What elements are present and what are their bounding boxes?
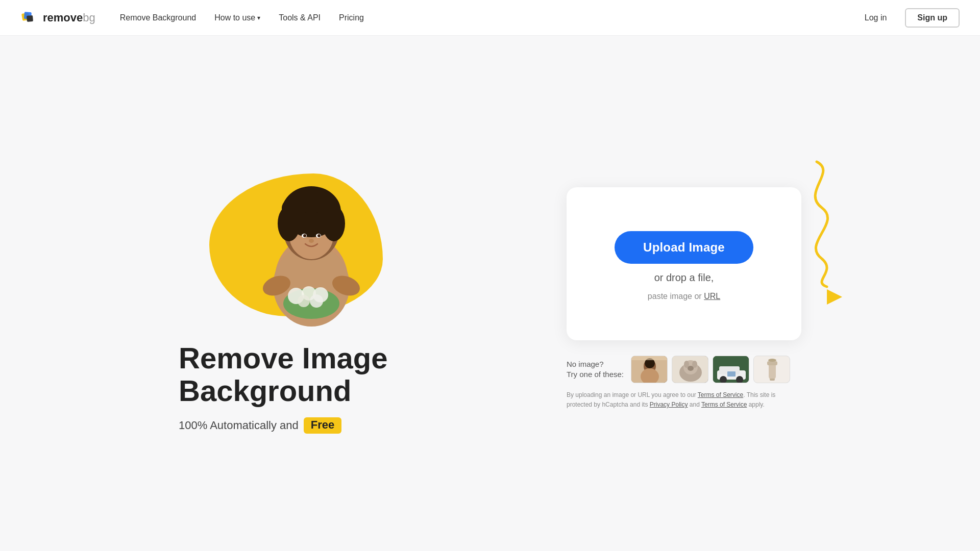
arrow-decoration xyxy=(827,289,842,305)
nav-how-to-use[interactable]: How to use xyxy=(214,13,260,22)
right-section: Upload Image or drop a file, paste image… xyxy=(567,187,801,410)
tos-link-1[interactable]: Terms of Service xyxy=(698,391,743,398)
svg-rect-32 xyxy=(631,356,668,360)
samples-label: No image? Try one of these: xyxy=(567,359,624,379)
tos-link-2[interactable]: Terms of Service xyxy=(701,401,747,408)
svg-point-12 xyxy=(310,294,323,308)
hero-subtitle: 100% Automatically and Free xyxy=(179,417,526,434)
samples-section: No image? Try one of these: xyxy=(567,350,801,383)
svg-rect-2 xyxy=(27,15,33,21)
nav-auth: Log in Sign up xyxy=(856,8,960,28)
svg-point-43 xyxy=(736,376,743,383)
nav-pricing[interactable]: Pricing xyxy=(339,13,364,22)
nav-links: Remove Background How to use Tools & API… xyxy=(120,13,856,22)
logo-link[interactable]: removebg xyxy=(20,9,95,27)
drop-text: or drop a file, xyxy=(654,272,714,284)
sample-thumb-4[interactable] xyxy=(753,356,790,383)
free-badge: Free xyxy=(304,417,341,434)
svg-point-42 xyxy=(720,376,727,383)
paste-text: paste image or URL xyxy=(648,292,720,301)
svg-point-26 xyxy=(309,239,314,243)
logo-text: removebg xyxy=(43,11,95,24)
upload-image-button[interactable]: Upload Image xyxy=(615,231,753,264)
svg-point-21 xyxy=(296,193,327,213)
hero-title: Remove Image Background xyxy=(179,342,526,407)
upload-card: Upload Image or drop a file, paste image… xyxy=(567,187,801,340)
url-link[interactable]: URL xyxy=(704,292,720,300)
svg-point-11 xyxy=(298,295,310,307)
sample-thumb-3[interactable] xyxy=(713,356,749,383)
logo-icon xyxy=(20,9,39,27)
nav-remove-background[interactable]: Remove Background xyxy=(120,13,196,22)
sample-thumbs xyxy=(631,356,790,383)
svg-point-38 xyxy=(688,366,694,371)
nav-tools-api[interactable]: Tools & API xyxy=(279,13,321,22)
sample-thumb-2[interactable] xyxy=(672,356,708,383)
svg-rect-47 xyxy=(767,361,777,365)
person-image xyxy=(240,163,383,327)
left-section: Remove Image Background 100% Automatical… xyxy=(179,163,526,434)
svg-point-48 xyxy=(768,359,776,362)
svg-point-25 xyxy=(317,234,321,237)
navbar: removebg Remove Background How to use To… xyxy=(0,0,980,36)
signup-button[interactable]: Sign up xyxy=(905,8,960,28)
svg-point-23 xyxy=(303,234,306,237)
svg-rect-49 xyxy=(770,379,775,381)
sample-thumb-1[interactable] xyxy=(631,356,668,383)
svg-rect-44 xyxy=(727,371,736,377)
hero-image-container xyxy=(179,163,526,327)
login-button[interactable]: Log in xyxy=(856,9,895,27)
tos-text: By uploading an image or URL you agree t… xyxy=(567,390,801,410)
privacy-policy-link[interactable]: Privacy Policy xyxy=(650,401,688,408)
svg-marker-27 xyxy=(827,289,842,305)
main-content: Remove Image Background 100% Automatical… xyxy=(0,36,980,551)
